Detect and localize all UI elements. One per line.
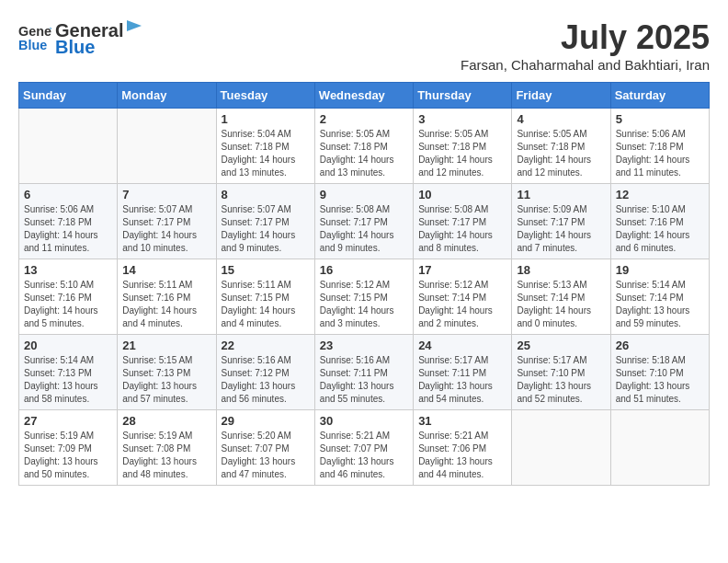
day-detail: Sunrise: 5:18 AM Sunset: 7:10 PM Dayligh… — [616, 354, 704, 406]
weekday-header-wednesday: Wednesday — [314, 83, 413, 109]
day-detail: Sunrise: 5:07 AM Sunset: 7:17 PM Dayligh… — [122, 203, 210, 255]
day-detail: Sunrise: 5:12 AM Sunset: 7:14 PM Dayligh… — [418, 279, 506, 330]
day-detail: Sunrise: 5:14 AM Sunset: 7:14 PM Dayligh… — [616, 279, 704, 330]
calendar-cell: 25Sunrise: 5:17 AM Sunset: 7:10 PM Dayli… — [512, 335, 610, 410]
day-number: 1 — [222, 112, 310, 126]
day-detail: Sunrise: 5:11 AM Sunset: 7:16 PM Dayligh… — [122, 279, 210, 330]
calendar-cell: 7Sunrise: 5:07 AM Sunset: 7:17 PM Daylig… — [118, 184, 216, 259]
day-number: 26 — [616, 339, 704, 352]
day-detail: Sunrise: 5:20 AM Sunset: 7:07 PM Dayligh… — [222, 430, 310, 481]
day-number: 5 — [616, 112, 704, 126]
day-number: 31 — [418, 414, 506, 428]
day-number: 22 — [222, 339, 310, 352]
svg-marker-3 — [127, 20, 142, 31]
day-number: 4 — [517, 112, 605, 126]
calendar-cell: 19Sunrise: 5:14 AM Sunset: 7:14 PM Dayli… — [610, 259, 709, 335]
title-block: July 2025 Farsan, Chaharmahal and Bakhti… — [461, 18, 710, 73]
calendar-cell: 9Sunrise: 5:08 AM Sunset: 7:17 PM Daylig… — [314, 184, 413, 259]
day-detail: Sunrise: 5:04 AM Sunset: 7:18 PM Dayligh… — [222, 128, 310, 179]
day-detail: Sunrise: 5:08 AM Sunset: 7:17 PM Dayligh… — [320, 203, 408, 255]
day-number: 13 — [24, 263, 112, 277]
day-number: 9 — [320, 188, 408, 201]
day-number: 7 — [122, 188, 210, 201]
day-detail: Sunrise: 5:16 AM Sunset: 7:12 PM Dayligh… — [222, 354, 310, 406]
day-detail: Sunrise: 5:12 AM Sunset: 7:15 PM Dayligh… — [320, 279, 408, 330]
day-detail: Sunrise: 5:05 AM Sunset: 7:18 PM Dayligh… — [418, 128, 506, 179]
calendar-cell: 15Sunrise: 5:11 AM Sunset: 7:15 PM Dayli… — [216, 259, 314, 335]
calendar-cell: 21Sunrise: 5:15 AM Sunset: 7:13 PM Dayli… — [118, 335, 216, 410]
day-number: 2 — [320, 112, 408, 126]
calendar-cell: 2Sunrise: 5:05 AM Sunset: 7:18 PM Daylig… — [314, 109, 413, 184]
calendar-cell: 26Sunrise: 5:18 AM Sunset: 7:10 PM Dayli… — [610, 335, 709, 410]
calendar-cell: 18Sunrise: 5:13 AM Sunset: 7:14 PM Dayli… — [512, 259, 610, 335]
day-detail: Sunrise: 5:17 AM Sunset: 7:11 PM Dayligh… — [418, 354, 506, 406]
calendar-cell — [610, 410, 709, 486]
weekday-header-monday: Monday — [118, 83, 216, 109]
day-detail: Sunrise: 5:19 AM Sunset: 7:08 PM Dayligh… — [122, 430, 210, 481]
calendar-cell: 13Sunrise: 5:10 AM Sunset: 7:16 PM Dayli… — [19, 259, 118, 335]
calendar-week-row: 1Sunrise: 5:04 AM Sunset: 7:18 PM Daylig… — [19, 109, 710, 184]
weekday-header-thursday: Thursday — [414, 83, 512, 109]
day-number: 10 — [418, 188, 506, 201]
weekday-header-friday: Friday — [512, 83, 610, 109]
calendar-cell: 14Sunrise: 5:11 AM Sunset: 7:16 PM Dayli… — [118, 259, 216, 335]
logo: General Blue General Blue — [18, 18, 143, 57]
day-number: 19 — [616, 263, 704, 277]
calendar-cell: 10Sunrise: 5:08 AM Sunset: 7:17 PM Dayli… — [414, 184, 512, 259]
day-detail: Sunrise: 5:14 AM Sunset: 7:13 PM Dayligh… — [24, 354, 112, 406]
calendar-cell: 3Sunrise: 5:05 AM Sunset: 7:18 PM Daylig… — [414, 109, 512, 184]
location-subtitle: Farsan, Chaharmahal and Bakhtiari, Iran — [461, 57, 710, 73]
calendar-cell: 5Sunrise: 5:06 AM Sunset: 7:18 PM Daylig… — [610, 109, 709, 184]
calendar-cell — [118, 109, 216, 184]
day-detail: Sunrise: 5:21 AM Sunset: 7:07 PM Dayligh… — [320, 430, 408, 481]
day-number: 28 — [122, 414, 210, 428]
logo-flag-icon — [125, 18, 143, 37]
calendar-table: SundayMondayTuesdayWednesdayThursdayFrid… — [18, 82, 710, 486]
calendar-week-row: 13Sunrise: 5:10 AM Sunset: 7:16 PM Dayli… — [19, 259, 710, 335]
day-number: 11 — [517, 188, 605, 201]
calendar-cell: 8Sunrise: 5:07 AM Sunset: 7:17 PM Daylig… — [216, 184, 314, 259]
day-number: 16 — [320, 263, 408, 277]
svg-text:Blue: Blue — [18, 38, 47, 52]
day-number: 15 — [222, 263, 310, 277]
calendar-cell: 29Sunrise: 5:20 AM Sunset: 7:07 PM Dayli… — [216, 410, 314, 486]
day-detail: Sunrise: 5:09 AM Sunset: 7:17 PM Dayligh… — [517, 203, 605, 255]
day-detail: Sunrise: 5:11 AM Sunset: 7:15 PM Dayligh… — [222, 279, 310, 330]
calendar-cell: 30Sunrise: 5:21 AM Sunset: 7:07 PM Dayli… — [314, 410, 413, 486]
day-detail: Sunrise: 5:15 AM Sunset: 7:13 PM Dayligh… — [122, 354, 210, 406]
day-detail: Sunrise: 5:06 AM Sunset: 7:18 PM Dayligh… — [616, 128, 704, 179]
day-number: 25 — [517, 339, 605, 352]
day-number: 17 — [418, 263, 506, 277]
calendar-cell: 24Sunrise: 5:17 AM Sunset: 7:11 PM Dayli… — [414, 335, 512, 410]
day-detail: Sunrise: 5:06 AM Sunset: 7:18 PM Dayligh… — [24, 203, 112, 255]
month-year-title: July 2025 — [461, 18, 710, 57]
calendar-week-row: 27Sunrise: 5:19 AM Sunset: 7:09 PM Dayli… — [19, 410, 710, 486]
day-number: 20 — [24, 339, 112, 352]
calendar-cell: 12Sunrise: 5:10 AM Sunset: 7:16 PM Dayli… — [610, 184, 709, 259]
calendar-cell: 20Sunrise: 5:14 AM Sunset: 7:13 PM Dayli… — [19, 335, 118, 410]
calendar-cell — [512, 410, 610, 486]
day-number: 18 — [517, 263, 605, 277]
calendar-week-row: 20Sunrise: 5:14 AM Sunset: 7:13 PM Dayli… — [19, 335, 710, 410]
day-number: 14 — [122, 263, 210, 277]
calendar-cell — [19, 109, 118, 184]
day-detail: Sunrise: 5:05 AM Sunset: 7:18 PM Dayligh… — [517, 128, 605, 179]
day-number: 3 — [418, 112, 506, 126]
calendar-cell: 11Sunrise: 5:09 AM Sunset: 7:17 PM Dayli… — [512, 184, 610, 259]
calendar-cell: 16Sunrise: 5:12 AM Sunset: 7:15 PM Dayli… — [314, 259, 413, 335]
calendar-cell: 1Sunrise: 5:04 AM Sunset: 7:18 PM Daylig… — [216, 109, 314, 184]
calendar-cell: 23Sunrise: 5:16 AM Sunset: 7:11 PM Dayli… — [314, 335, 413, 410]
weekday-header-sunday: Sunday — [19, 83, 118, 109]
day-number: 8 — [222, 188, 310, 201]
calendar-cell: 4Sunrise: 5:05 AM Sunset: 7:18 PM Daylig… — [512, 109, 610, 184]
day-detail: Sunrise: 5:19 AM Sunset: 7:09 PM Dayligh… — [24, 430, 112, 481]
day-detail: Sunrise: 5:17 AM Sunset: 7:10 PM Dayligh… — [517, 354, 605, 406]
calendar-cell: 22Sunrise: 5:16 AM Sunset: 7:12 PM Dayli… — [216, 335, 314, 410]
day-number: 29 — [222, 414, 310, 428]
weekday-header-row: SundayMondayTuesdayWednesdayThursdayFrid… — [19, 83, 710, 109]
calendar-cell: 31Sunrise: 5:21 AM Sunset: 7:06 PM Dayli… — [414, 410, 512, 486]
day-detail: Sunrise: 5:10 AM Sunset: 7:16 PM Dayligh… — [616, 203, 704, 255]
day-number: 21 — [122, 339, 210, 352]
page-header: General Blue General Blue July 2025 Fars… — [18, 18, 710, 73]
weekday-header-tuesday: Tuesday — [216, 83, 314, 109]
